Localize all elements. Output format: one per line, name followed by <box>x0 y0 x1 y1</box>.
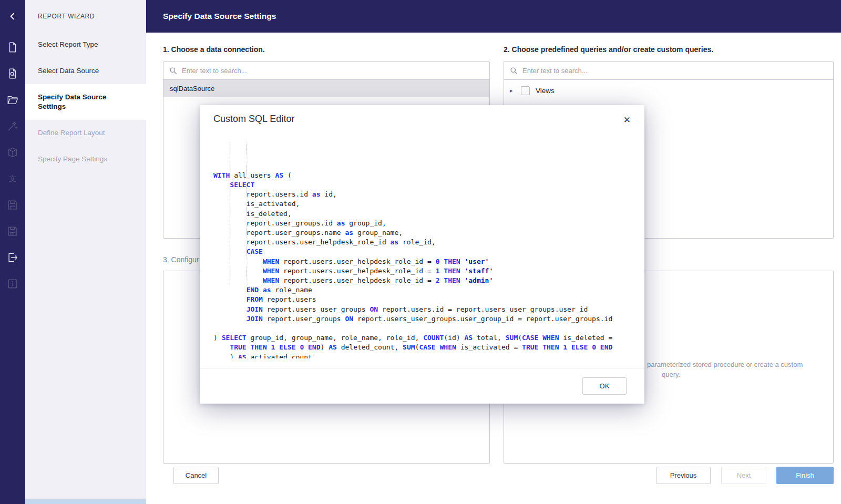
next-button[interactable]: Next <box>721 467 766 484</box>
sql-code-line: SELECT <box>213 180 631 190</box>
sql-code-line: report.user_groups.id as group_id, <box>213 219 631 228</box>
page-header: Specify Data Source Settings <box>146 0 841 33</box>
modal-footer: OK <box>582 377 627 395</box>
sql-code-line: END as role_name <box>213 285 631 295</box>
wizard-sidebar: REPORT WIZARD Select Report TypeSelect D… <box>25 0 146 504</box>
modal-title: Custom SQL Editor <box>213 114 294 125</box>
sql-code[interactable]: WITH all_users AS ( SELECT report.users.… <box>213 132 631 358</box>
custom-sql-editor-dialog: Custom SQL Editor ✕ WITH all_users AS ( … <box>200 105 644 404</box>
search-icon <box>169 67 177 75</box>
cancel-button[interactable]: Cancel <box>173 467 219 484</box>
sql-code-line: ) AS activated_count <box>213 353 631 358</box>
svg-text:文: 文 <box>9 174 17 183</box>
queries-tree: ▸Views <box>504 80 833 101</box>
save-as-icon <box>7 225 18 237</box>
sql-code-line: report.users.id as id, <box>213 190 631 199</box>
queries-search-input[interactable] <box>522 67 827 75</box>
ok-button[interactable]: OK <box>582 377 627 395</box>
open-folder-icon[interactable] <box>7 94 18 106</box>
package-icon <box>7 147 18 158</box>
localization-icon: 文 <box>7 173 18 184</box>
sidebar-item-specify-page-settings: Specify Page Settings <box>25 146 146 172</box>
expander-icon[interactable]: ▸ <box>510 87 515 94</box>
modal-divider <box>200 368 644 368</box>
connection-item[interactable]: sqlDataSource <box>163 80 489 97</box>
sql-code-line: report.user_groups.name as group_name, <box>213 228 631 238</box>
sql-code-line: WHEN report.users.user_helpdesk_role_id … <box>213 266 631 276</box>
sql-code-line: JOIN report.users_user_groups ON report.… <box>213 305 631 314</box>
checkbox[interactable] <box>521 86 530 95</box>
sql-code-line: WHEN report.users.user_helpdesk_role_id … <box>213 276 631 285</box>
save-icon <box>7 199 18 211</box>
query-hint-line1: parameterized stored procedure or create… <box>647 359 803 369</box>
connection-list: sqlDataSource <box>163 80 489 97</box>
back-icon[interactable] <box>0 0 25 33</box>
finish-button[interactable]: Finish <box>776 467 834 484</box>
sql-code-line: WHEN report.users.user_helpdesk_role_id … <box>213 257 631 266</box>
sql-code-line: CASE <box>213 247 631 256</box>
sql-code-line: ) SELECT group_id, group_name, role_name… <box>213 333 631 343</box>
previous-button[interactable]: Previous <box>656 467 711 484</box>
data-source-icon[interactable] <box>7 68 18 79</box>
sql-code-line: report.users.user_helpdesk_role_id as ro… <box>213 238 631 247</box>
sql-code-line: TRUE THEN 1 ELSE 0 END) AS deleted_count… <box>213 343 631 352</box>
sidebar-title: REPORT WIZARD <box>25 0 146 32</box>
sidebar-item-define-report-layout: Define Report Layout <box>25 120 146 146</box>
sidebar-item-select-data-source[interactable]: Select Data Source <box>25 58 146 84</box>
section2-title: 2. Choose predefined queries and/or crea… <box>504 45 713 54</box>
tree-node-views[interactable]: ▸Views <box>504 80 833 101</box>
sidebar-scrollbar[interactable] <box>25 499 146 504</box>
connection-search-row <box>163 62 489 80</box>
modal-header: Custom SQL Editor ✕ <box>200 105 644 127</box>
design-wand-icon <box>7 120 18 132</box>
about-icon <box>7 278 18 290</box>
sidebar-item-select-report-type[interactable]: Select Report Type <box>25 32 146 58</box>
query-hint-line2: query. <box>662 369 680 379</box>
sql-code-line: is_activated, <box>213 199 631 209</box>
exit-icon[interactable] <box>7 252 18 263</box>
sql-code-line: FROM report.users <box>213 295 631 304</box>
section3-title: 3. Configur <box>163 255 199 264</box>
iconbar-items: 文 <box>0 33 25 290</box>
sql-code-line <box>213 324 631 333</box>
sql-code-line: is_deleted, <box>213 209 631 219</box>
app-iconbar: 文 <box>0 0 25 504</box>
tree-node-label: Views <box>536 87 555 95</box>
queries-search-row <box>504 62 833 80</box>
section1-title: 1. Choose a data connection. <box>163 45 265 54</box>
sidebar-item-specify-data-source-settings[interactable]: Specify Data Source Settings <box>25 84 146 120</box>
sql-code-line: JOIN report.user_groups ON report.users_… <box>213 314 631 324</box>
search-icon <box>510 67 518 75</box>
wizard-steps: Select Report TypeSelect Data SourceSpec… <box>25 32 146 172</box>
connection-search-input[interactable] <box>182 67 484 75</box>
close-icon[interactable]: ✕ <box>621 114 633 127</box>
sql-code-line: WITH all_users AS ( <box>213 171 631 180</box>
page-title: Specify Data Source Settings <box>163 12 276 21</box>
new-document-icon[interactable] <box>7 42 18 53</box>
